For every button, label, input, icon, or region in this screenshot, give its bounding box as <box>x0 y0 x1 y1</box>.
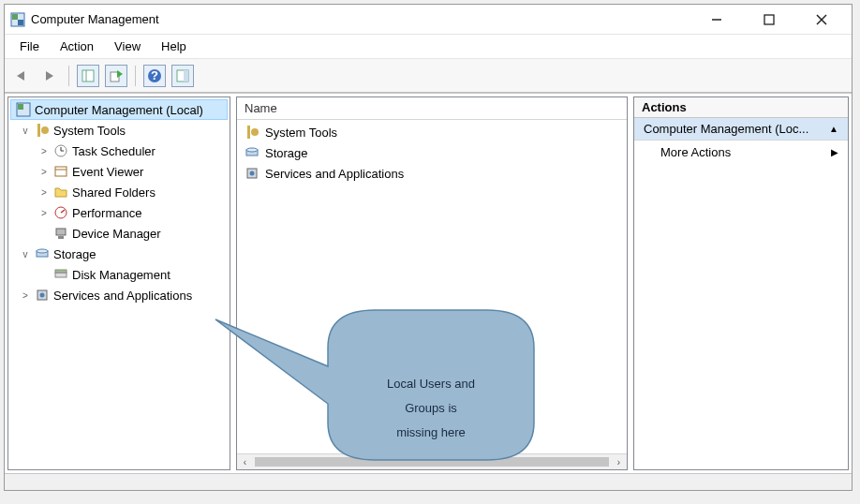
svg-point-31 <box>40 293 45 298</box>
list-item-system-tools[interactable]: System Tools <box>239 122 625 142</box>
svg-rect-7 <box>82 70 94 82</box>
maximize-button[interactable] <box>754 12 784 27</box>
back-button[interactable] <box>10 65 33 87</box>
folder-icon <box>53 185 68 200</box>
expand-glyph[interactable]: v <box>20 249 31 259</box>
svg-rect-15 <box>18 104 23 110</box>
show-tree-button[interactable] <box>77 65 99 87</box>
preview-button[interactable] <box>171 65 194 87</box>
list-item-storage[interactable]: Storage <box>239 142 625 163</box>
toolbar-separator <box>68 66 69 86</box>
annotation-callout: Local Users and Groups is missing here <box>328 348 534 488</box>
services-icon <box>245 166 259 181</box>
svg-point-33 <box>251 128 259 136</box>
svg-rect-4 <box>764 15 774 24</box>
tree-item-services-apps[interactable]: > Services and Applications <box>10 285 228 305</box>
performance-icon <box>53 205 68 220</box>
tree-item-root[interactable]: Computer Management (Local) <box>10 99 228 120</box>
tree-item-disk-management[interactable]: Disk Management <box>10 264 228 285</box>
tree-item-task-scheduler[interactable]: > Task Scheduler <box>10 141 228 161</box>
titlebar[interactable]: Computer Management <box>5 5 852 35</box>
column-header-name[interactable]: Name <box>237 97 627 120</box>
menubar: File Action View Help <box>5 35 852 59</box>
actions-more-label: More Actions <box>660 145 731 159</box>
forward-button[interactable] <box>38 65 61 87</box>
collapse-icon[interactable]: ▲ <box>829 124 838 134</box>
actions-primary-row[interactable]: Computer Management (Loc... ▲ <box>634 118 848 141</box>
expand-glyph[interactable]: > <box>38 167 50 177</box>
svg-rect-25 <box>58 236 64 239</box>
list-label: Storage <box>265 146 308 160</box>
tools-icon <box>35 123 50 138</box>
tree-label: Disk Management <box>72 268 171 282</box>
svg-point-35 <box>246 148 258 152</box>
toolbar: ? <box>5 59 852 93</box>
expand-glyph[interactable]: > <box>38 146 50 156</box>
menu-help[interactable]: Help <box>152 37 196 55</box>
tree-label: Storage <box>53 247 96 261</box>
svg-point-17 <box>41 126 49 134</box>
tree-item-system-tools[interactable]: v System Tools <box>10 120 228 141</box>
svg-rect-29 <box>55 270 67 273</box>
svg-rect-16 <box>37 124 40 137</box>
svg-rect-2 <box>18 20 23 25</box>
disk-icon <box>53 267 68 282</box>
expand-glyph[interactable]: v <box>20 126 31 136</box>
window-title: Computer Management <box>31 12 702 26</box>
list-label: Services and Applications <box>265 167 404 181</box>
clock-icon <box>53 143 68 158</box>
tree-label: System Tools <box>53 124 126 138</box>
svg-rect-24 <box>56 229 66 235</box>
menu-view[interactable]: View <box>105 37 150 55</box>
scroll-right-icon[interactable]: › <box>611 457 627 467</box>
menu-file[interactable]: File <box>10 37 49 55</box>
tree-label: Computer Management (Local) <box>35 103 203 117</box>
svg-rect-28 <box>55 273 67 277</box>
expand-glyph[interactable]: > <box>38 187 50 198</box>
storage-icon <box>35 246 50 261</box>
svg-point-27 <box>37 249 48 253</box>
svg-rect-1 <box>12 14 18 20</box>
actions-primary-label: Computer Management (Loc... <box>644 122 808 136</box>
svg-point-37 <box>250 171 255 176</box>
tree-panel: Computer Management (Local) v System Too… <box>7 96 230 470</box>
annotation-text: Local Users and Groups is missing here <box>351 371 511 444</box>
tree-item-device-manager[interactable]: Device Manager <box>10 223 228 244</box>
expand-glyph[interactable]: > <box>20 290 31 301</box>
tree-label: Services and Applications <box>53 289 192 303</box>
list-label: System Tools <box>265 126 337 140</box>
list-item-services-apps[interactable]: Services and Applications <box>239 163 625 184</box>
tree-item-performance[interactable]: > Performance <box>10 202 228 223</box>
actions-more-row[interactable]: More Actions ▶ <box>634 141 848 163</box>
actions-panel: Actions Computer Management (Loc... ▲ Mo… <box>633 96 849 470</box>
minimize-button[interactable] <box>702 12 732 27</box>
actions-header: Actions <box>634 97 848 118</box>
device-icon <box>53 226 68 241</box>
svg-rect-32 <box>247 126 250 139</box>
window-controls <box>702 12 837 27</box>
tree-item-event-viewer[interactable]: > Event Viewer <box>10 161 228 182</box>
svg-rect-21 <box>55 167 67 176</box>
svg-text:?: ? <box>151 68 158 82</box>
tree-label: Shared Folders <box>72 185 156 200</box>
tools-icon <box>245 125 259 140</box>
storage-icon <box>245 145 259 160</box>
tree-label: Performance <box>72 206 141 220</box>
help-button[interactable]: ? <box>143 65 166 87</box>
window-frame: Computer Management File Action View Hel… <box>4 4 853 491</box>
close-button[interactable] <box>807 12 837 27</box>
toolbar-separator <box>135 66 136 86</box>
tree-item-shared-folders[interactable]: > Shared Folders <box>10 182 228 202</box>
tree-label: Event Viewer <box>72 165 143 179</box>
tree-item-storage[interactable]: v Storage <box>10 244 228 264</box>
expand-glyph[interactable]: > <box>38 208 50 218</box>
menu-action[interactable]: Action <box>51 37 103 55</box>
computer-icon <box>16 102 31 117</box>
app-icon <box>10 12 25 27</box>
export-button[interactable] <box>105 65 127 87</box>
submenu-icon: ▶ <box>831 147 838 157</box>
tree-label: Device Manager <box>72 227 161 241</box>
event-icon <box>53 164 68 179</box>
tree-label: Task Scheduler <box>72 144 156 158</box>
svg-rect-13 <box>184 70 188 82</box>
